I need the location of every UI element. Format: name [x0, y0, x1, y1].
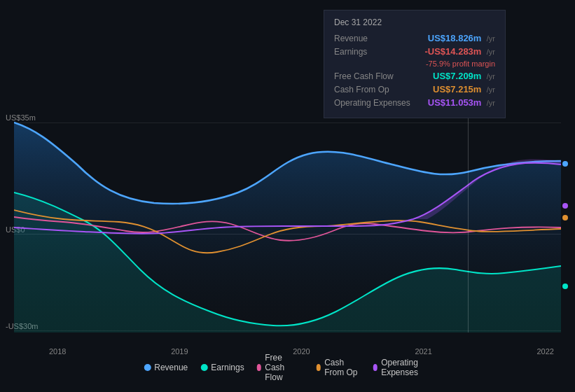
right-dot-cashfromop	[562, 215, 568, 220]
legend-label-revenue: Revenue	[154, 363, 188, 372]
legend-item-earnings: Earnings	[200, 363, 244, 372]
tooltip-label-opex: Operating Expenses	[334, 98, 418, 108]
tooltip-label-earnings: Earnings	[334, 47, 418, 57]
tooltip-label-revenue: Revenue	[334, 34, 418, 43]
tooltip-row-earnings: Earnings -US$14.283m /yr	[334, 46, 495, 57]
chart-container: Dec 31 2022 Revenue US$18.826m /yr Earni…	[0, 0, 575, 392]
tooltip-title: Dec 31 2022	[334, 18, 495, 27]
legend-item-revenue: Revenue	[144, 363, 188, 372]
tooltip-row-opex: Operating Expenses US$11.053m /yr	[334, 97, 495, 108]
legend: Revenue Earnings Free Cash Flow Cash Fro…	[144, 353, 431, 382]
tooltip-row-earnings-margin: -75.9% profit margin	[334, 59, 495, 68]
legend-item-opex: Operating Expenses	[373, 358, 431, 377]
tooltip-value-earnings: -US$14.283m	[424, 46, 481, 57]
legend-dot-cashfromop	[317, 364, 321, 371]
legend-label-earnings: Earnings	[211, 363, 244, 372]
right-dot-opex	[562, 203, 568, 209]
legend-label-opex: Operating Expenses	[381, 358, 431, 377]
legend-label-fcf: Free Cash Flow	[265, 353, 303, 382]
legend-dot-fcf	[257, 364, 262, 371]
tooltip-value-opex: US$11.053m	[428, 97, 482, 108]
tooltip-sub-margin: -75.9% profit margin	[426, 59, 495, 68]
x-label-2022: 2022	[537, 347, 554, 356]
tooltip-row-fcf: Free Cash Flow US$7.209m /yr	[334, 71, 495, 81]
legend-item-cashfromop: Cash From Op	[317, 358, 361, 377]
legend-dot-opex	[373, 364, 378, 371]
tooltip-value-revenue: US$18.826m	[428, 33, 482, 43]
cursor-line	[468, 108, 469, 332]
right-dot-revenue	[562, 161, 568, 167]
tooltip-label-cashfromop: Cash From Op	[334, 85, 418, 94]
chart-svg	[14, 108, 561, 332]
right-dot-earnings	[562, 284, 568, 289]
legend-item-fcf: Free Cash Flow	[257, 353, 304, 382]
legend-label-cashfromop: Cash From Op	[324, 358, 360, 377]
x-label-2018: 2018	[49, 347, 66, 356]
tooltip-value-cashfromop: US$7.215m	[433, 84, 481, 94]
tooltip-row-revenue: Revenue US$18.826m /yr	[334, 33, 495, 43]
legend-dot-earnings	[200, 364, 207, 371]
legend-dot-revenue	[144, 364, 151, 371]
tooltip-row-cashfromop: Cash From Op US$7.215m /yr	[334, 84, 495, 94]
tooltip-label-fcf: Free Cash Flow	[334, 71, 418, 81]
tooltip-box: Dec 31 2022 Revenue US$18.826m /yr Earni…	[324, 10, 506, 118]
tooltip-value-fcf: US$7.209m	[433, 71, 481, 81]
